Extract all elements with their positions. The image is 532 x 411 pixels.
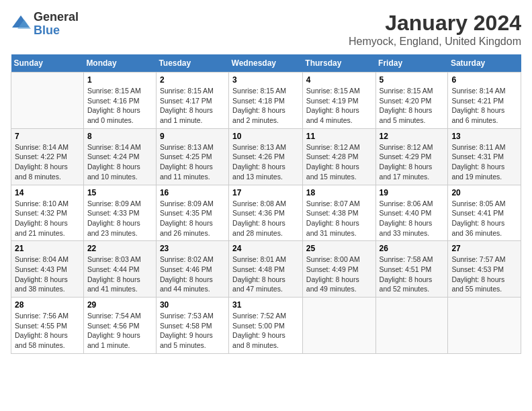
day-number: 15: [87, 188, 152, 197]
cell-details: Sunrise: 7:54 AMSunset: 4:56 PMDaylight:…: [87, 311, 152, 351]
cell-details: Sunrise: 8:02 AMSunset: 4:46 PMDaylight:…: [160, 255, 225, 294]
day-number: 28: [15, 300, 80, 310]
cell-details: Sunrise: 8:14 AMSunset: 4:21 PMDaylight:…: [451, 86, 517, 126]
calendar-cell: 27Sunrise: 7:57 AMSunset: 4:53 PMDayligh…: [448, 241, 521, 298]
day-header-wednesday: Wednesday: [229, 54, 303, 73]
cell-details: Sunrise: 8:14 AMSunset: 4:22 PMDaylight:…: [15, 142, 80, 182]
day-header-saturday: Saturday: [448, 54, 521, 73]
day-number: 25: [306, 244, 372, 253]
day-number: 10: [232, 132, 299, 141]
calendar-cell: 31Sunrise: 7:52 AMSunset: 5:00 PMDayligh…: [229, 298, 303, 354]
calendar-cell: 26Sunrise: 7:58 AMSunset: 4:51 PMDayligh…: [375, 241, 448, 298]
day-number: 8: [87, 132, 152, 141]
logo-blue-text: Blue: [34, 24, 79, 38]
day-number: 31: [232, 300, 299, 310]
cell-details: Sunrise: 8:09 AMSunset: 4:33 PMDaylight:…: [87, 199, 152, 238]
cell-details: Sunrise: 8:09 AMSunset: 4:35 PMDaylight:…: [160, 199, 225, 238]
cell-details: Sunrise: 8:11 AMSunset: 4:31 PMDaylight:…: [451, 142, 517, 182]
cell-details: Sunrise: 8:01 AMSunset: 4:48 PMDaylight:…: [232, 255, 299, 294]
day-number: 12: [380, 132, 445, 141]
calendar-cell: 29Sunrise: 7:54 AMSunset: 4:56 PMDayligh…: [83, 298, 156, 354]
calendar-cell: 2Sunrise: 8:15 AMSunset: 4:17 PMDaylight…: [156, 73, 228, 129]
calendar-cell: [448, 298, 521, 354]
day-number: 6: [451, 75, 517, 85]
cell-details: Sunrise: 8:13 AMSunset: 4:26 PMDaylight:…: [232, 142, 299, 182]
day-number: 13: [451, 132, 517, 141]
cell-details: Sunrise: 8:13 AMSunset: 4:25 PMDaylight:…: [160, 142, 225, 182]
calendar-cell: 20Sunrise: 8:05 AMSunset: 4:41 PMDayligh…: [448, 185, 521, 241]
calendar-cell: 1Sunrise: 8:15 AMSunset: 4:16 PMDaylight…: [83, 73, 156, 129]
calendar-header-row: SundayMondayTuesdayWednesdayThursdayFrid…: [11, 54, 521, 73]
day-number: 18: [306, 188, 372, 197]
day-number: 23: [160, 244, 225, 253]
cell-details: Sunrise: 8:15 AMSunset: 4:19 PMDaylight:…: [306, 86, 372, 126]
cell-details: Sunrise: 7:53 AMSunset: 4:58 PMDaylight:…: [160, 311, 225, 351]
day-number: 20: [451, 188, 517, 197]
calendar-cell: 16Sunrise: 8:09 AMSunset: 4:35 PMDayligh…: [156, 185, 228, 241]
day-number: 2: [160, 75, 225, 85]
calendar-cell: 15Sunrise: 8:09 AMSunset: 4:33 PMDayligh…: [83, 185, 156, 241]
calendar-cell: 19Sunrise: 8:06 AMSunset: 4:40 PMDayligh…: [375, 185, 448, 241]
cell-details: Sunrise: 8:05 AMSunset: 4:41 PMDaylight:…: [451, 199, 517, 238]
cell-details: Sunrise: 8:00 AMSunset: 4:49 PMDaylight:…: [306, 255, 372, 294]
day-number: 4: [306, 75, 372, 85]
calendar-cell: 21Sunrise: 8:04 AMSunset: 4:43 PMDayligh…: [11, 241, 84, 298]
cell-details: Sunrise: 8:15 AMSunset: 4:20 PMDaylight:…: [380, 86, 445, 126]
day-header-friday: Friday: [375, 54, 448, 73]
logo-icon: [11, 14, 31, 34]
cell-details: Sunrise: 8:14 AMSunset: 4:24 PMDaylight:…: [87, 142, 152, 182]
month-title: January 2024: [349, 11, 521, 36]
calendar-cell: 12Sunrise: 8:12 AMSunset: 4:29 PMDayligh…: [375, 128, 448, 185]
cell-details: Sunrise: 7:52 AMSunset: 5:00 PMDaylight:…: [232, 311, 299, 351]
calendar-cell: 24Sunrise: 8:01 AMSunset: 4:48 PMDayligh…: [229, 241, 303, 298]
day-number: 26: [380, 244, 445, 253]
calendar-cell: [375, 298, 448, 354]
day-header-tuesday: Tuesday: [156, 54, 228, 73]
day-number: 21: [15, 244, 80, 253]
cell-details: Sunrise: 7:56 AMSunset: 4:55 PMDaylight:…: [15, 311, 80, 351]
calendar-cell: 30Sunrise: 7:53 AMSunset: 4:58 PMDayligh…: [156, 298, 228, 354]
calendar-cell: [11, 73, 84, 129]
calendar-cell: 4Sunrise: 8:15 AMSunset: 4:19 PMDaylight…: [302, 73, 375, 129]
calendar-cell: 25Sunrise: 8:00 AMSunset: 4:49 PMDayligh…: [302, 241, 375, 298]
day-number: 30: [160, 300, 225, 310]
day-number: 11: [306, 132, 372, 141]
cell-details: Sunrise: 8:07 AMSunset: 4:38 PMDaylight:…: [306, 199, 372, 238]
calendar-cell: 22Sunrise: 8:03 AMSunset: 4:44 PMDayligh…: [83, 241, 156, 298]
location: Hemyock, England, United Kingdom: [349, 36, 521, 48]
calendar-cell: 13Sunrise: 8:11 AMSunset: 4:31 PMDayligh…: [448, 128, 521, 185]
calendar-week-5: 28Sunrise: 7:56 AMSunset: 4:55 PMDayligh…: [11, 298, 521, 354]
calendar-cell: 11Sunrise: 8:12 AMSunset: 4:28 PMDayligh…: [302, 128, 375, 185]
calendar-cell: 23Sunrise: 8:02 AMSunset: 4:46 PMDayligh…: [156, 241, 228, 298]
calendar-cell: 18Sunrise: 8:07 AMSunset: 4:38 PMDayligh…: [302, 185, 375, 241]
calendar-week-4: 21Sunrise: 8:04 AMSunset: 4:43 PMDayligh…: [11, 241, 521, 298]
day-number: 7: [15, 132, 80, 141]
day-number: 16: [160, 188, 225, 197]
day-header-monday: Monday: [83, 54, 156, 73]
cell-details: Sunrise: 8:08 AMSunset: 4:36 PMDaylight:…: [232, 199, 299, 238]
calendar-cell: 9Sunrise: 8:13 AMSunset: 4:25 PMDaylight…: [156, 128, 228, 185]
cell-details: Sunrise: 8:10 AMSunset: 4:32 PMDaylight:…: [15, 199, 80, 238]
day-number: 22: [87, 244, 152, 253]
cell-details: Sunrise: 8:12 AMSunset: 4:28 PMDaylight:…: [306, 142, 372, 182]
calendar-cell: 7Sunrise: 8:14 AMSunset: 4:22 PMDaylight…: [11, 128, 84, 185]
cell-details: Sunrise: 8:03 AMSunset: 4:44 PMDaylight:…: [87, 255, 152, 294]
day-number: 9: [160, 132, 225, 141]
calendar-table: SundayMondayTuesdayWednesdayThursdayFrid…: [11, 54, 521, 354]
cell-details: Sunrise: 7:58 AMSunset: 4:51 PMDaylight:…: [380, 255, 445, 294]
day-number: 29: [87, 300, 152, 310]
calendar-cell: 8Sunrise: 8:14 AMSunset: 4:24 PMDaylight…: [83, 128, 156, 185]
calendar-week-2: 7Sunrise: 8:14 AMSunset: 4:22 PMDaylight…: [11, 128, 521, 185]
calendar-week-3: 14Sunrise: 8:10 AMSunset: 4:32 PMDayligh…: [11, 185, 521, 241]
day-number: 27: [451, 244, 517, 253]
day-number: 19: [380, 188, 445, 197]
day-number: 14: [15, 188, 80, 197]
day-number: 3: [232, 75, 299, 85]
logo: General Blue: [11, 11, 79, 38]
calendar-cell: 10Sunrise: 8:13 AMSunset: 4:26 PMDayligh…: [229, 128, 303, 185]
calendar-cell: 17Sunrise: 8:08 AMSunset: 4:36 PMDayligh…: [229, 185, 303, 241]
calendar-cell: [302, 298, 375, 354]
calendar-cell: 3Sunrise: 8:15 AMSunset: 4:18 PMDaylight…: [229, 73, 303, 129]
title-section: January 2024 Hemyock, England, United Ki…: [349, 11, 521, 48]
day-header-sunday: Sunday: [11, 54, 84, 73]
